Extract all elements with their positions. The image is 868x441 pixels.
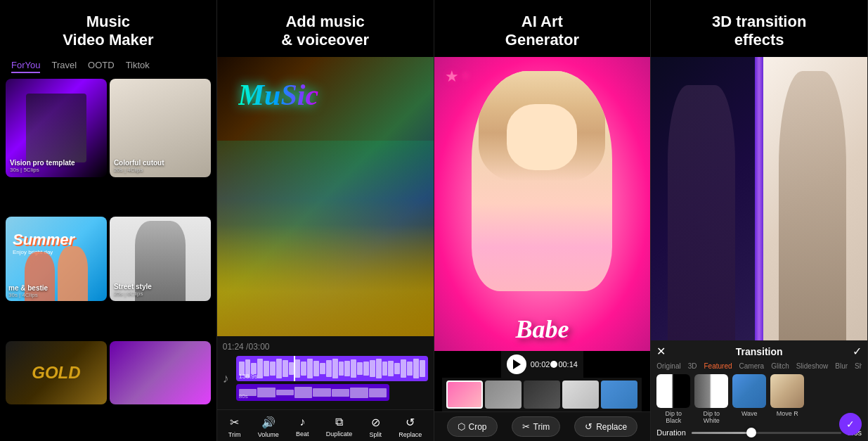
toolbar-2: ✂ Trim 🔊 Volume ♪ Beat ⧉ Duplicate ⊘ Spl… xyxy=(217,409,434,441)
replace-icon: ↺ xyxy=(406,416,415,429)
transition-tabs: Original 3D Featured Camera Glitch Slide… xyxy=(656,362,862,370)
panel-2-title: Add music & voiceover xyxy=(267,0,383,57)
panel-1-title: Music Video Maker xyxy=(48,0,167,57)
filmstrip-item-3[interactable] xyxy=(524,381,560,409)
video-controls: 00:02 00:14 xyxy=(501,351,583,378)
babe-text: Babe xyxy=(515,314,569,344)
tab-travel[interactable]: Travel xyxy=(51,60,77,73)
grid-label-street: Street style 25s | 6Clips xyxy=(114,283,152,297)
replace-icon-3: ↺ xyxy=(585,421,592,432)
transition-panel: ✕ Transition ✓ Original 3D Featured Came… xyxy=(651,340,867,441)
transition-title: Transition xyxy=(666,346,853,357)
tab-bar: ForYou Travel OOTD Tiktok xyxy=(0,57,216,79)
tab-tiktok[interactable]: Tiktok xyxy=(126,60,150,73)
toolbar-duplicate[interactable]: ⧉ Duplicate xyxy=(326,416,353,438)
trim-icon-3: ✂ xyxy=(522,421,530,432)
tab-blur[interactable]: Blur xyxy=(835,362,848,370)
split-icon: ⊘ xyxy=(371,416,380,429)
close-button[interactable]: ✕ xyxy=(656,345,666,358)
transition-label-move-r: Move R xyxy=(777,410,798,417)
star-decoration: ★ xyxy=(445,68,459,86)
filmstrip-item-1[interactable] xyxy=(446,381,483,409)
filmstrip-item-5[interactable] xyxy=(601,381,637,409)
timeline-area: 01:24 /03:00 ♪ xyxy=(217,336,434,409)
grid-item-vision[interactable]: Vision pro template 30s | 5Clips xyxy=(6,79,107,177)
transition-item-dip-white[interactable]: Dip toWhite xyxy=(694,374,728,424)
transition-item-dip-black[interactable]: Dip toBlack xyxy=(656,374,690,424)
crop-button[interactable]: ⬡ Crop xyxy=(447,416,498,437)
play-button[interactable] xyxy=(507,354,526,374)
current-time: 00:02 xyxy=(531,360,550,369)
panel-3d-transition: 3D transition effects ✕ Transition ✓ Ori… xyxy=(651,0,868,441)
transition-thumb-wave xyxy=(732,374,766,408)
tab-foryou[interactable]: ForYou xyxy=(11,60,40,73)
duration-row: Duration 0.6s xyxy=(656,428,862,437)
volume-label: Volume xyxy=(258,431,279,438)
trim-label-3: Trim xyxy=(533,422,550,432)
replace-label: Replace xyxy=(399,431,422,438)
confirm-button[interactable]: ✓ xyxy=(853,345,862,358)
transition-thumb-dip-white xyxy=(694,374,728,408)
panel-4-title: 3D transition effects xyxy=(698,0,820,57)
duration-fill xyxy=(692,432,751,434)
transition-thumb-dip-black xyxy=(656,374,690,408)
tab-featured[interactable]: Featured xyxy=(704,362,732,370)
tab-original[interactable]: Original xyxy=(656,362,680,370)
grid-label-cutout: Colorful cutout 20s | 4Clips xyxy=(114,159,164,173)
grid-label-vision: Vision pro template 30s | 5Clips xyxy=(10,159,75,173)
panel-music-video-maker: Music Video Maker ForYou Travel OOTD Tik… xyxy=(0,0,217,441)
transition-label-dip-black: Dip toBlack xyxy=(665,410,682,424)
music-preview: MuSic xyxy=(217,57,434,336)
panel-3-title: AI Art Generator xyxy=(491,0,593,57)
progress-dot xyxy=(550,361,557,368)
tab-sha[interactable]: Sha xyxy=(855,362,862,370)
crop-label: Crop xyxy=(469,422,487,432)
replace-button[interactable]: ↺ Replace xyxy=(574,416,637,437)
transition-item-move-r[interactable]: Move R xyxy=(770,374,804,424)
toolbar-split[interactable]: ⊘ Split xyxy=(370,416,382,438)
grid-item-cutout[interactable]: Colorful cutout 20s | 4Clips xyxy=(110,79,211,177)
template-grid: Vision pro template 30s | 5Clips Colorfu… xyxy=(0,79,216,441)
grid-item-purple[interactable] xyxy=(110,341,211,404)
trim-button[interactable]: ✂ Trim xyxy=(512,416,561,437)
total-time: 00:14 xyxy=(558,360,578,369)
play-triangle-icon xyxy=(513,359,521,369)
toolbar-beat[interactable]: ♪ Beat xyxy=(296,416,309,438)
duration-knob xyxy=(746,428,756,437)
grid-item-gold[interactable]: GOLD xyxy=(6,341,107,404)
transition-header: ✕ Transition ✓ xyxy=(656,345,862,358)
tab-camera[interactable]: Camera xyxy=(739,362,765,370)
transition-preview xyxy=(651,57,867,340)
neon-music-text: MuSic xyxy=(238,78,318,112)
tab-ootd[interactable]: OOTD xyxy=(88,60,115,73)
transition-thumb-move xyxy=(770,374,804,408)
split-label: Split xyxy=(370,431,382,438)
ai-preview: ★ ☆ Babe xyxy=(434,57,651,351)
grid-item-street[interactable]: Street style 25s | 6Clips xyxy=(110,217,211,301)
duplicate-label: Duplicate xyxy=(326,430,353,437)
time-display: 01:24 /03:00 xyxy=(223,342,428,352)
duration-slider[interactable] xyxy=(692,432,841,434)
trim-icon: ✂ xyxy=(230,416,239,429)
transition-label-dip-white: Dip toWhite xyxy=(703,410,720,424)
music-note-icon: ♪ xyxy=(223,371,229,386)
action-button[interactable]: ✓ xyxy=(839,413,862,435)
timeline-track-secondary[interactable]: 80s xyxy=(236,384,389,401)
tab-3d[interactable]: 3D xyxy=(688,362,697,370)
filmstrip-item-2[interactable] xyxy=(485,381,522,409)
toolbar-volume[interactable]: 🔊 Volume xyxy=(258,416,279,438)
panel-music-voiceover: Add music & voiceover MuSic 01:24 /03:00… xyxy=(217,0,434,441)
tab-glitch[interactable]: Glitch xyxy=(771,362,789,370)
filmstrip-item-4[interactable] xyxy=(562,381,599,409)
crop-icon: ⬡ xyxy=(458,421,465,432)
toolbar-trim[interactable]: ✂ Trim xyxy=(228,416,241,438)
tab-slideshow[interactable]: Slideshow xyxy=(796,362,829,370)
timeline-track-main[interactable]: 138.9s xyxy=(236,356,428,381)
transition-label-wave: Wave xyxy=(741,410,758,417)
grid-label-mebestie: me & bestie 30s | 4Clips xyxy=(8,284,48,298)
toolbar-replace[interactable]: ↺ Replace xyxy=(399,416,422,438)
duration-label: Duration xyxy=(656,428,686,437)
trim-label: Trim xyxy=(228,431,241,438)
grid-item-summer[interactable]: Summer Enjoy bright day me & bestie 30s … xyxy=(6,217,107,301)
transition-item-wave[interactable]: Wave xyxy=(732,374,766,424)
